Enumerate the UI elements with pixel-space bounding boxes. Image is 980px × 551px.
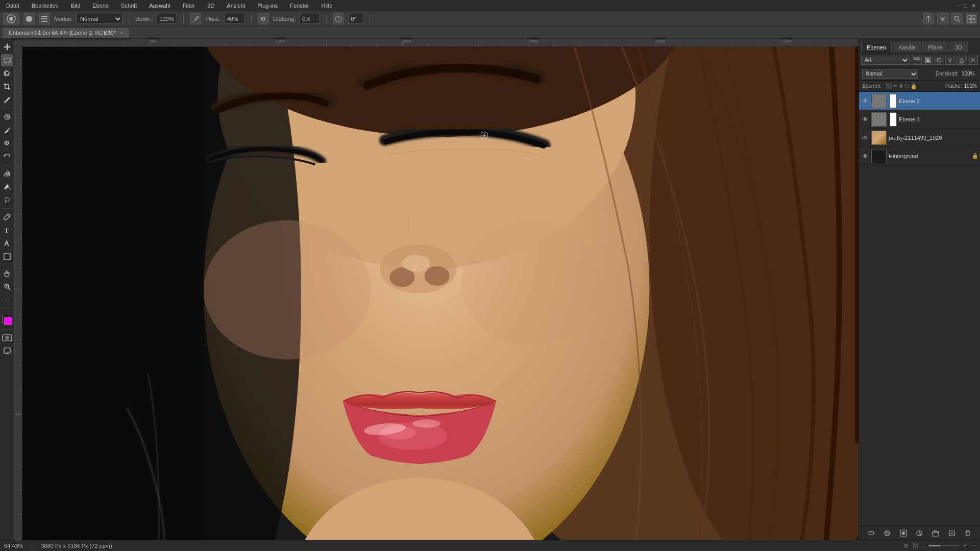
search-btn[interactable] <box>951 13 963 24</box>
mode-select[interactable]: Normal <box>77 14 122 24</box>
filter-effect-btn[interactable] <box>968 56 978 65</box>
filter-kind-btn[interactable] <box>912 56 922 65</box>
blend-mode-select[interactable]: Normal Multiplizieren Bildschirm <box>862 69 918 79</box>
document-tab[interactable]: Unbenannt-1 bei 64,4% (Ebene 2, RGB/8)* … <box>2 27 130 38</box>
tool-brush[interactable] <box>1 124 13 136</box>
add-group-btn[interactable] <box>930 528 941 538</box>
menu-3d[interactable]: 3D <box>205 2 216 10</box>
menu-ansicht[interactable]: Ansicht <box>225 2 247 10</box>
layer-item-ebene1[interactable]: 👁 Ebene 1 <box>859 110 980 129</box>
tool-history-brush[interactable] <box>1 151 13 163</box>
menu-bearbeiten[interactable]: Bearbeiten <box>30 2 61 10</box>
svg-rect-15 <box>4 58 10 63</box>
menu-plugins[interactable]: Plug-ins <box>255 2 280 10</box>
lock-paint-btn[interactable]: ✏ <box>893 83 897 89</box>
lock-transparent-btn[interactable]: ⬛ <box>886 83 892 89</box>
layer-eye-ebene2[interactable]: 👁 <box>861 97 869 105</box>
menu-hilfe[interactable]: Hilfe <box>319 2 334 10</box>
tab-paths[interactable]: Pfade <box>922 42 948 53</box>
color-selector[interactable] <box>0 313 14 327</box>
status-extra-btn[interactable]: ⋯ <box>971 543 976 548</box>
smoothing-input[interactable] <box>300 14 320 24</box>
tool-eyedropper[interactable] <box>1 94 13 106</box>
tool-move[interactable] <box>1 41 13 53</box>
status-zoom-in-btn[interactable]: + <box>963 542 967 549</box>
filter-pixel-btn[interactable] <box>923 56 933 65</box>
tool-healing[interactable] <box>1 111 13 123</box>
opacity-input[interactable] <box>157 14 177 24</box>
tool-lasso[interactable] <box>1 67 13 80</box>
lock-move-btn[interactable]: ✥ <box>899 83 903 89</box>
tool-pen[interactable] <box>1 211 13 223</box>
layer-eye-background[interactable]: 👁 <box>861 152 869 160</box>
layer-item-ebene2[interactable]: 👁 Ebene 2 <box>859 92 980 110</box>
tool-extra[interactable]: ··· <box>1 294 13 306</box>
status-divider: | <box>31 543 33 549</box>
add-layer-btn[interactable] <box>947 528 957 538</box>
tool-zoom[interactable] <box>1 281 13 293</box>
svg-point-31 <box>5 336 9 340</box>
tool-quick-mask[interactable] <box>1 332 13 344</box>
status-dimensions: 3880 Px x 5184 Px (72 ppm) <box>41 543 112 549</box>
add-mask-btn[interactable] <box>898 528 909 538</box>
tool-hand[interactable] <box>1 267 13 280</box>
tool-blur[interactable] <box>1 194 13 206</box>
pressure-btn[interactable] <box>937 13 948 24</box>
tool-clone[interactable] <box>1 137 13 149</box>
smoothing-settings-btn[interactable]: ⚙ <box>258 13 269 24</box>
fill-value: 100% <box>964 83 977 89</box>
tool-path-selection[interactable] <box>1 237 13 249</box>
window-minimize[interactable]: ─ <box>956 3 960 9</box>
tab-channels[interactable]: Kanäle <box>893 42 921 53</box>
tool-type[interactable]: T <box>1 224 13 236</box>
symmetry-btn[interactable] <box>923 13 934 24</box>
layer-eye-photo[interactable]: 👁 <box>861 134 869 142</box>
layer-item-photo[interactable]: 👁 pretty-2111499_1920 <box>859 129 980 147</box>
layer-eye-ebene1[interactable]: 👁 <box>861 115 869 123</box>
tool-marquee[interactable] <box>1 54 13 66</box>
add-style-btn[interactable]: fx <box>882 528 892 538</box>
delete-layer-btn[interactable] <box>963 528 973 538</box>
tab-close-btn[interactable]: × <box>120 30 123 36</box>
canvas-area: // Will draw ruler marks via JS below 50… <box>14 39 859 540</box>
airbrush-btn[interactable] <box>190 13 201 24</box>
menu-ebene[interactable]: Ebene <box>90 2 111 10</box>
status-bar: 64,43% | 3880 Px x 5184 Px (72 ppm) ⊞ ⬛ … <box>0 540 980 551</box>
menu-datei[interactable]: Datei <box>4 2 21 10</box>
tool-preset-btn[interactable] <box>3 13 19 24</box>
tab-layers[interactable]: Ebenen <box>861 42 892 53</box>
tool-paint-bucket[interactable] <box>1 181 13 193</box>
canvas-container[interactable] <box>22 47 859 540</box>
layer-item-background[interactable]: 👁 Hintergrund 🔒 <box>859 147 980 165</box>
menu-bild[interactable]: Bild <box>69 2 82 10</box>
window-close[interactable]: ✕ <box>971 3 976 9</box>
svg-point-23 <box>5 197 9 202</box>
layout-btn[interactable] <box>966 13 977 24</box>
status-zoom-out-btn[interactable]: - <box>922 542 924 549</box>
tool-screen-mode[interactable] <box>1 345 13 357</box>
flow-input[interactable] <box>225 14 245 24</box>
window-maximize[interactable]: □ <box>964 3 967 9</box>
lock-artboard-btn[interactable]: ⬡ <box>904 83 909 89</box>
filter-adjust-btn[interactable] <box>934 56 944 65</box>
brush-settings-btn[interactable] <box>39 13 50 24</box>
angle-btn[interactable] <box>333 13 344 24</box>
link-layers-btn[interactable] <box>866 528 876 538</box>
add-adjustment-btn[interactable] <box>914 528 924 538</box>
brush-shape-btn[interactable] <box>23 13 35 24</box>
menu-auswahl[interactable]: Auswahl <box>147 2 173 10</box>
tab-3d[interactable]: 3D <box>949 42 968 53</box>
tool-eraser[interactable] <box>1 167 13 180</box>
status-arrange-btn[interactable]: ⬛ <box>912 543 918 548</box>
menu-filter[interactable]: Filter <box>181 2 197 10</box>
lock-all-btn[interactable]: 🔒 <box>911 83 917 89</box>
filter-text-btn[interactable]: T <box>945 56 955 65</box>
tool-crop[interactable] <box>1 81 13 93</box>
angle-input[interactable] <box>348 14 363 24</box>
menu-schrift[interactable]: Schrift <box>119 2 139 10</box>
menu-fenster[interactable]: Fenster <box>288 2 311 10</box>
filter-shape-btn[interactable] <box>957 56 967 65</box>
status-grid-btn[interactable]: ⊞ <box>904 543 908 548</box>
tool-shape[interactable] <box>1 251 13 263</box>
art-select[interactable]: Art <box>861 56 910 65</box>
